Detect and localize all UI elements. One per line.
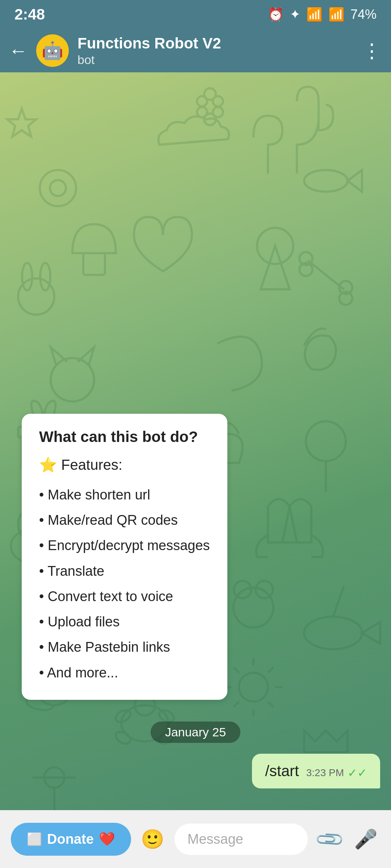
bottom-bar: ⬜ Donate ❤️ 🙂 Message 📎 🎤 [0,810,391,868]
microphone-icon: 🎤 [354,828,378,850]
feature-item-6: • Upload files [39,609,210,634]
paperclip-icon: 📎 [313,823,345,855]
emoji-button[interactable]: 🙂 [138,825,167,854]
emoji-icon: 🙂 [141,828,164,850]
chat-header: ← 🤖 Functions Robot V2 bot ⋮ [0,29,391,72]
back-button[interactable]: ← [9,41,28,60]
wifi-icon: 📶 [306,7,323,22]
status-time: 2:48 [14,6,45,23]
user-message-text: /start [265,762,299,780]
bot-message-bubble: What can this bot do? ⭐ Features: • Make… [22,414,227,700]
donate-label: Donate [47,831,94,847]
alarm-icon: ⏰ [268,7,284,22]
status-bar: 2:48 ⏰ ✦ 📶 📶 74% [0,0,391,29]
bot-info: Functions Robot V2 bot [77,34,353,67]
read-ticks-icon: ✓✓ [348,766,367,780]
menu-button[interactable]: ⋮ [362,41,382,60]
date-separator: January 25 [0,722,391,743]
feature-item-4: • Translate [39,558,210,584]
battery-percent: 74% [350,7,377,22]
chat-area: What can this bot do? ⭐ Features: • Make… [0,72,391,810]
user-message-meta: 3:23 PM ✓✓ [306,766,367,780]
bot-avatar-icon: 🤖 [42,41,63,61]
signal-icon: 📶 [328,7,345,22]
bot-features-header: ⭐ Features: [39,456,210,473]
bot-name: Functions Robot V2 [77,34,353,52]
user-message-time: 3:23 PM [306,767,344,779]
bot-avatar: 🤖 [36,34,69,67]
feature-item-8: • And more... [39,660,210,685]
bluetooth-icon: ✦ [290,7,300,22]
date-label: January 25 [151,722,240,743]
feature-item-2: • Make/read QR codes [39,507,210,533]
feature-item-5: • Convert text to voice [39,584,210,609]
bot-features-list: • Make shorten url • Make/read QR codes … [39,482,210,685]
donate-browser-icon: ⬜ [27,832,42,846]
bot-status: bot [77,53,353,67]
user-message-bubble: /start 3:23 PM ✓✓ [252,754,380,788]
feature-item-7: • Make Pastebin links [39,634,210,660]
donate-button[interactable]: ⬜ Donate ❤️ [11,823,131,856]
message-placeholder: Message [188,831,243,847]
message-input[interactable]: Message [175,824,308,855]
attach-button[interactable]: 📎 [315,825,344,854]
mic-button[interactable]: 🎤 [351,825,380,854]
feature-item-3: • Encrypt/decrypt messages [39,533,210,558]
feature-item-1: • Make shorten url [39,482,210,507]
status-icons: ⏰ ✦ 📶 📶 74% [268,7,377,22]
bot-message-title: What can this bot do? [39,428,210,446]
user-message-row: /start 3:23 PM ✓✓ [0,754,391,788]
donate-heart-icon: ❤️ [99,831,115,847]
